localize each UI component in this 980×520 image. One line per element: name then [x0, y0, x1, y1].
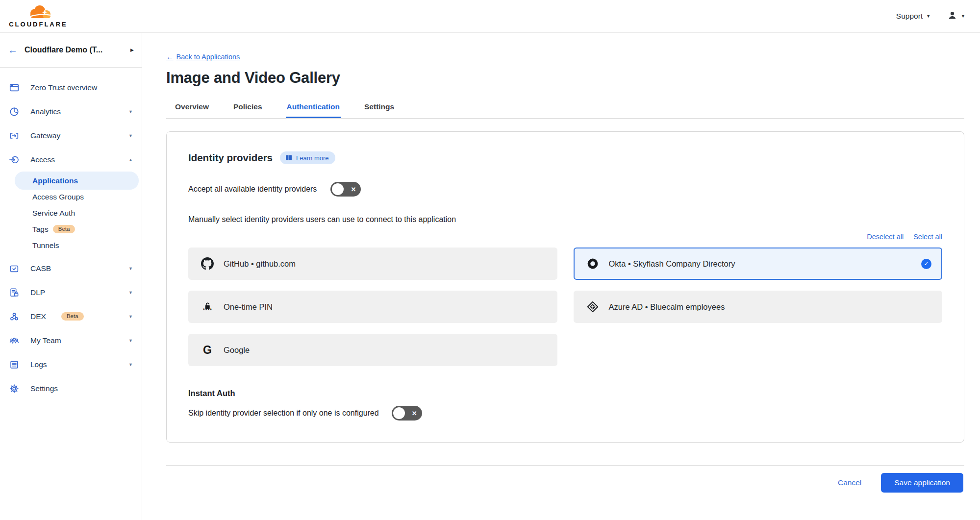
sidebar-item-analytics[interactable]: Analytics ▼: [0, 99, 142, 124]
book-icon: [285, 154, 293, 162]
chevron-up-icon: ▲: [128, 157, 133, 162]
deselect-all-link[interactable]: Deselect all: [867, 233, 904, 241]
sidebar-account-header: ← Cloudflare Demo (T... ▶: [0, 33, 142, 68]
provider-tile-azure-ad[interactable]: Azure AD • Bluecalm employees: [574, 291, 943, 323]
cloudflare-logo-text: CLOUDFLARE: [9, 21, 68, 28]
sidebar-item-label: Logs: [30, 360, 47, 369]
learn-more-label: Learn more: [296, 154, 328, 162]
provider-name: GitHub • github.com: [224, 259, 296, 269]
accept-all-label: Accept all available identity providers: [188, 185, 317, 194]
beta-badge: Beta: [53, 225, 75, 234]
sidebar-item-label: Access: [30, 155, 55, 164]
user-avatar-icon: [947, 10, 957, 23]
svg-text:****: ****: [203, 307, 212, 313]
one-time-pin-icon: ****: [201, 300, 214, 313]
back-to-applications-link[interactable]: ← Back to Applications: [166, 53, 240, 61]
sidebar-item-applications[interactable]: Applications: [15, 172, 139, 190]
dlp-icon: [9, 287, 20, 298]
sidebar-item-access[interactable]: Access ▲: [0, 148, 142, 172]
sidebar-item-tunnels[interactable]: Tunnels: [15, 237, 139, 253]
provider-name: Google: [224, 346, 250, 355]
back-arrow-icon[interactable]: ←: [8, 45, 18, 55]
toggle-knob: [332, 183, 344, 195]
sidebar-item-label: My Team: [30, 336, 61, 345]
user-menu[interactable]: ▼: [947, 10, 965, 23]
provider-name: Okta • Skyflash Company Directory: [609, 259, 735, 269]
cloudflare-logo[interactable]: CLOUDFLARE: [7, 5, 70, 28]
sidebar-item-label: Applications: [32, 176, 78, 185]
sidebar-item-gateway[interactable]: Gateway ▼: [0, 124, 142, 148]
gateway-icon: [9, 130, 20, 141]
google-icon: G: [201, 344, 214, 356]
chevron-down-icon: ▼: [128, 109, 133, 114]
sidebar-item-dex[interactable]: DEX Beta ▼: [0, 304, 142, 328]
logs-icon: [9, 359, 20, 370]
tab-bar: Overview Policies Authentication Setting…: [166, 99, 964, 119]
sidebar-item-label: DLP: [30, 288, 45, 297]
topbar: CLOUDFLARE Support ▼ ▼: [0, 0, 980, 33]
casb-icon: [9, 263, 20, 274]
sidebar: ← Cloudflare Demo (T... ▶ Zero Trust ove…: [0, 33, 142, 520]
my-team-icon: [9, 335, 20, 346]
provider-tile-one-time-pin[interactable]: **** One-time PIN: [188, 291, 557, 323]
support-label: Support: [896, 12, 923, 21]
provider-tile-google[interactable]: G Google: [188, 334, 557, 366]
provider-name: One-time PIN: [224, 302, 273, 312]
tab-policies[interactable]: Policies: [232, 99, 263, 118]
sidebar-item-logs[interactable]: Logs ▼: [0, 352, 142, 376]
chevron-down-icon: ▼: [926, 14, 930, 19]
manual-select-text: Manually select identity providers users…: [188, 215, 942, 224]
back-arrow-icon: ←: [166, 53, 174, 61]
analytics-icon: [9, 106, 20, 117]
gear-icon: [9, 383, 20, 394]
identity-providers-card: Identity providers Learn more Accept all…: [166, 131, 964, 443]
chevron-down-icon: ▼: [128, 314, 133, 319]
back-link-label: Back to Applications: [176, 53, 240, 61]
learn-more-link[interactable]: Learn more: [280, 151, 335, 164]
accept-all-toggle[interactable]: ✕: [330, 182, 361, 197]
sidebar-item-access-groups[interactable]: Access Groups: [15, 189, 139, 205]
footer-actions: Cancel Save application: [166, 466, 964, 493]
sidebar-item-label: Analytics: [30, 107, 61, 116]
chevron-down-icon: ▼: [128, 133, 133, 138]
sidebar-item-settings[interactable]: Settings: [0, 376, 142, 400]
dex-icon: [9, 311, 20, 322]
cancel-button[interactable]: Cancel: [838, 478, 861, 487]
select-all-link[interactable]: Select all: [913, 233, 942, 241]
beta-badge: Beta: [61, 312, 84, 321]
instant-auth-toggle[interactable]: ✕: [392, 406, 422, 421]
support-menu[interactable]: Support ▼: [896, 12, 930, 21]
github-icon: [201, 257, 214, 270]
sidebar-item-service-auth[interactable]: Service Auth: [15, 205, 139, 221]
chevron-down-icon: ▼: [128, 290, 133, 295]
sidebar-item-zero-trust-overview[interactable]: Zero Trust overview: [0, 75, 142, 99]
sidebar-item-label: Service Auth: [32, 209, 75, 218]
sidebar-item-casb[interactable]: CASB ▼: [0, 256, 142, 280]
sidebar-nav: Zero Trust overview Analytics ▼: [0, 68, 142, 400]
tab-overview[interactable]: Overview: [174, 99, 210, 118]
sidebar-item-label: Zero Trust overview: [30, 83, 97, 92]
toggle-off-x-icon: ✕: [351, 186, 356, 193]
sidebar-item-label: Settings: [30, 384, 58, 393]
provider-name: Azure AD • Bluecalm employees: [609, 302, 725, 312]
provider-tile-github[interactable]: GitHub • github.com: [188, 248, 557, 280]
sidebar-item-dlp[interactable]: DLP ▼: [0, 280, 142, 304]
zero-trust-overview-icon: [9, 82, 20, 93]
page-title: Image and Video Gallery: [166, 69, 964, 87]
azure-ad-icon: [586, 300, 599, 313]
cloudflare-cloud-icon: [23, 5, 53, 22]
account-name[interactable]: Cloudflare Demo (T...: [25, 46, 124, 54]
sidebar-item-label: Tags: [32, 225, 49, 234]
tab-settings[interactable]: Settings: [363, 99, 395, 118]
tab-authentication[interactable]: Authentication: [286, 99, 341, 118]
sidebar-item-my-team[interactable]: My Team ▼: [0, 328, 142, 352]
main-content: ← Back to Applications Image and Video G…: [143, 33, 980, 520]
sidebar-item-label: Gateway: [30, 131, 60, 140]
provider-tile-okta[interactable]: Okta • Skyflash Company Directory ✓: [574, 248, 943, 280]
sidebar-item-tags[interactable]: Tags Beta: [15, 221, 139, 237]
identity-providers-heading: Identity providers: [188, 152, 273, 164]
chevron-down-icon: ▼: [961, 14, 965, 19]
sidebar-item-label: DEX: [30, 312, 46, 321]
save-application-button[interactable]: Save application: [881, 473, 963, 493]
chevron-right-icon[interactable]: ▶: [130, 48, 134, 52]
